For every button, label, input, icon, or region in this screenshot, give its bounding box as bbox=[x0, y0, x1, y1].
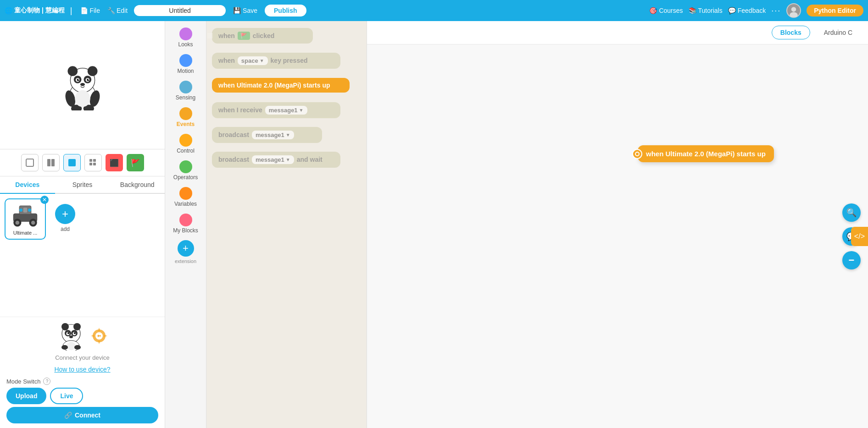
python-editor-label: Python Editor bbox=[814, 7, 856, 14]
tab-sprites-label: Sprites bbox=[72, 181, 93, 188]
block-broadcast-wait[interactable]: broadcast message1 ▼ and wait bbox=[212, 150, 361, 169]
edit-icon: 🔧 bbox=[107, 7, 115, 14]
mode-help-icon[interactable]: ? bbox=[43, 378, 50, 385]
svg-point-39 bbox=[61, 323, 69, 330]
connect-section: Connect your device How to use device? M… bbox=[0, 317, 165, 428]
upload-button[interactable]: Upload bbox=[6, 388, 46, 404]
svg-point-36 bbox=[19, 209, 22, 212]
edit-menu[interactable]: 🔧 Edit bbox=[105, 5, 130, 16]
tutorials-link[interactable]: 📚 Tutorials bbox=[689, 7, 723, 14]
how-to-use-link[interactable]: How to use device? bbox=[6, 366, 158, 373]
add-extension-button[interactable]: + bbox=[178, 240, 194, 257]
category-control[interactable]: Control bbox=[167, 131, 204, 157]
search-workspace-button[interactable]: 🔍 bbox=[842, 203, 861, 222]
category-motion[interactable]: Motion bbox=[167, 51, 204, 77]
more-menu[interactable]: ··· bbox=[771, 6, 781, 16]
layout-full-btn[interactable] bbox=[63, 154, 81, 171]
svg-point-40 bbox=[73, 323, 81, 330]
courses-label: Courses bbox=[659, 7, 683, 14]
block-broadcast[interactable]: broadcast message1 ▼ bbox=[212, 126, 361, 144]
connect-text: Connect your device bbox=[55, 354, 110, 361]
canvas-block-ultimate[interactable]: when Ultimate 2.0 (MegaPi) starts up bbox=[638, 145, 774, 162]
save-button[interactable]: 💾 Save bbox=[229, 5, 261, 16]
category-operators[interactable]: Operators bbox=[167, 158, 204, 183]
block-when-starts[interactable]: when Ultimate 2.0 (MegaPi) starts up bbox=[212, 76, 361, 94]
svg-point-50 bbox=[61, 345, 68, 350]
svg-point-6 bbox=[87, 66, 97, 76]
workspace: Blocks Arduino C when Ultimate 2.0 (Mega… bbox=[367, 21, 868, 428]
events-label: Events bbox=[177, 121, 195, 127]
category-looks[interactable]: Looks bbox=[167, 25, 204, 50]
feedback-link[interactable]: 💬 Feedback bbox=[728, 7, 766, 14]
publish-button[interactable]: Publish bbox=[265, 5, 306, 16]
layout-split-btn[interactable] bbox=[42, 154, 60, 171]
block-when-flag[interactable]: when 🚩 clicked bbox=[212, 27, 361, 45]
message1-pill-broadcast: message1 ▼ bbox=[252, 131, 294, 139]
publish-label: Publish bbox=[274, 7, 297, 14]
svg-rect-27 bbox=[89, 163, 92, 165]
looks-label: Looks bbox=[178, 41, 193, 48]
and-wait-text: and wait bbox=[297, 156, 323, 163]
svg-rect-22 bbox=[47, 159, 50, 166]
device-item-ultimate[interactable]: ✕ bbox=[5, 198, 46, 240]
svg-point-20 bbox=[75, 90, 90, 107]
user-avatar[interactable] bbox=[786, 3, 801, 18]
stop-button[interactable]: ⬛ bbox=[106, 154, 123, 171]
device-add-area: + add bbox=[50, 198, 81, 240]
tab-arduino-label: Arduino C bbox=[824, 29, 852, 36]
category-variables[interactable]: Variables bbox=[167, 184, 204, 210]
topnav-right: 🎯 Courses 📚 Tutorials 💬 Feedback ··· Pyt… bbox=[649, 3, 863, 18]
category-events[interactable]: Events bbox=[167, 104, 204, 130]
when-receive-text: when I receive bbox=[218, 106, 262, 114]
category-sensing[interactable]: Sensing bbox=[167, 78, 204, 104]
tab-sprites[interactable]: Sprites bbox=[55, 176, 110, 194]
project-title-input[interactable] bbox=[134, 5, 226, 16]
sprite-connected-area: Connect your device bbox=[6, 321, 158, 361]
add-device-label: add bbox=[61, 226, 70, 232]
device-item-close[interactable]: ✕ bbox=[40, 196, 49, 204]
courses-link[interactable]: 🎯 Courses bbox=[649, 7, 683, 14]
extension-label: extension bbox=[175, 258, 196, 264]
layout-grid-btn[interactable] bbox=[84, 154, 102, 171]
workspace-canvas[interactable]: when Ultimate 2.0 (MegaPi) starts up 🔍 💬… bbox=[367, 44, 868, 428]
svg-point-5 bbox=[67, 66, 78, 76]
topnav: 🌐 童心制物 | 慧編程 | 📄 File 🔧 Edit 💾 Save Publ… bbox=[0, 0, 868, 21]
file-menu[interactable]: 📄 File bbox=[78, 5, 103, 16]
svg-rect-26 bbox=[93, 159, 96, 162]
code-toggle-button[interactable]: </> bbox=[851, 227, 868, 246]
device-panel: ✕ bbox=[0, 194, 165, 428]
nav-divider: | bbox=[70, 6, 72, 16]
main-layout: ⬛ 🚩 Devices Sprites Background ✕ bbox=[0, 21, 868, 428]
when-starts-text: when Ultimate 2.0 (MegaPi) starts up bbox=[218, 82, 330, 89]
add-device-button[interactable]: + bbox=[55, 204, 75, 224]
device-list: ✕ bbox=[0, 194, 165, 317]
canvas-block-text: when Ultimate 2.0 (MegaPi) starts up bbox=[646, 150, 766, 158]
live-button[interactable]: Live bbox=[50, 388, 83, 404]
svg-rect-24 bbox=[68, 159, 76, 166]
zoom-out-button[interactable]: − bbox=[842, 251, 861, 269]
tab-arduino[interactable]: Arduino C bbox=[816, 26, 861, 39]
courses-icon: 🎯 bbox=[649, 7, 657, 14]
nav-menu: 📄 File 🔧 Edit bbox=[78, 5, 130, 16]
logo: 🌐 童心制物 | 慧編程 bbox=[5, 6, 65, 15]
layout-single-btn[interactable] bbox=[21, 154, 39, 171]
burst-svg bbox=[90, 327, 108, 345]
tab-background[interactable]: Background bbox=[110, 176, 165, 194]
tab-blocks[interactable]: Blocks bbox=[772, 26, 810, 39]
python-editor-button[interactable]: Python Editor bbox=[807, 5, 863, 16]
go-button[interactable]: 🚩 bbox=[127, 154, 144, 171]
connect-button[interactable]: 🔗 Connect bbox=[6, 407, 158, 423]
block-when-key[interactable]: when space ▼ key pressed bbox=[212, 51, 361, 70]
file-label: File bbox=[89, 7, 100, 14]
key-pressed-text: key pressed bbox=[271, 57, 308, 64]
svg-rect-28 bbox=[93, 163, 96, 165]
control-label: Control bbox=[177, 148, 195, 154]
robot-svg bbox=[11, 203, 39, 228]
variables-label: Variables bbox=[174, 201, 197, 207]
when-flag-text: when bbox=[218, 32, 235, 39]
tab-devices[interactable]: Devices bbox=[0, 176, 55, 194]
category-myblocks[interactable]: My Blocks bbox=[167, 211, 204, 236]
svg-point-46 bbox=[74, 332, 76, 334]
block-when-receive[interactable]: when I receive message1 ▼ bbox=[212, 101, 361, 119]
broadcast-wait-text: broadcast bbox=[218, 156, 249, 163]
